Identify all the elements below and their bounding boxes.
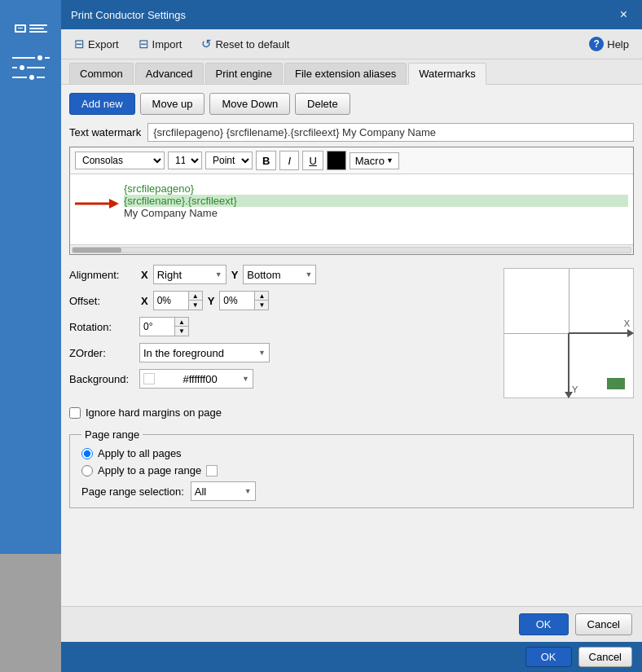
font-size-select[interactable]: 11 [168,152,202,169]
background-dropdown[interactable]: #ffffff00 ▼ [139,369,253,389]
dialog-title: Print Conductor Settings [71,9,186,21]
watermark-list[interactable]: {srcfilepageno} {srcfilename}.{srcfileex… [147,123,634,142]
move-down-button[interactable]: Move Down [209,93,290,115]
offset-y-spinbox[interactable]: ▲ ▼ [219,291,269,310]
scroll-thumb [73,248,121,253]
offset-y-input[interactable] [220,293,254,308]
background-color-swatch [143,373,155,384]
zorder-label: ZOrder: [69,347,134,359]
macro-arrow-icon: ▼ [386,156,394,165]
ignore-margins-label: Ignore hard margins on page [86,406,222,419]
offset-x-down-button[interactable]: ▼ [189,301,202,310]
preview-x-arrowhead [627,329,634,337]
rotation-input[interactable] [140,319,174,334]
bold-button[interactable]: B [256,151,276,170]
editor-line-3: My Company Name [124,207,628,219]
alignment-label: Alignment: [69,269,134,281]
offset-x-spin-buttons: ▲ ▼ [188,292,202,310]
help-icon: ? [589,37,604,51]
offset-row: Offset: X ▲ ▼ Y [69,291,494,310]
rotation-spin-buttons: ▲ ▼ [174,318,188,336]
rotation-down-button[interactable]: ▼ [175,327,188,336]
editor-area-row: {srcfilepageno} {srcfilename}.{srcfileex… [70,174,633,244]
scroll-track [72,247,631,253]
alignment-y-label: Y [231,269,239,281]
export-icon: ⊟ [74,37,85,51]
offset-x-input[interactable] [154,293,188,308]
page-range-label: Apply to a page range [98,464,201,477]
rotation-spinbox[interactable]: ▲ ▼ [139,317,189,336]
offset-y-down-button[interactable]: ▼ [255,301,268,310]
font-unit-select[interactable]: Points [205,152,253,169]
all-pages-radio[interactable] [81,448,93,459]
delete-button[interactable]: Delete [295,93,350,115]
watermark-text-editor[interactable]: {srcfilepageno} {srcfilename}.{srcfileex… [119,179,633,244]
reset-button[interactable]: ↺ Reset to default [196,34,294,54]
italic-button[interactable]: I [279,151,299,170]
rotation-row: Rotation: ▲ ▼ [69,317,494,336]
alignment-x-dropdown[interactable]: Right ▼ [153,265,226,284]
ok-button[interactable]: OK [519,613,569,635]
page-range-sel-dropdown[interactable]: All ▼ [191,481,256,501]
action-buttons: Add new Move up Move Down Delete [69,93,634,115]
red-arrow-container [70,179,119,214]
preview-x-axis [569,332,633,334]
chevron-down-icon-4: ▼ [242,375,249,383]
cancel-button[interactable]: Cancel [575,613,632,635]
offset-y-up-button[interactable]: ▲ [255,292,268,301]
alignment-x-label: X [141,269,148,281]
settings-row: Alignment: X Right ▼ Y Bottom ▼ [69,265,634,398]
import-button[interactable]: ⊟ Import [134,34,187,54]
offset-x-spinbox[interactable]: ▲ ▼ [153,291,203,310]
title-bar: Print Conductor Settings × [61,0,642,29]
offset-x-label: X [141,295,148,307]
offset-x-up-button[interactable]: ▲ [189,292,202,301]
zorder-dropdown[interactable]: In the foreground ▼ [139,343,270,362]
underline-button[interactable]: U [302,151,323,170]
page-range-selection-row: Page range selection: All ▼ [81,481,622,501]
rotation-up-button[interactable]: ▲ [175,318,188,327]
chevron-down-icon-5: ▼ [244,487,252,495]
background-label: Background: [69,373,134,385]
blue-cancel-button[interactable]: Cancel [578,647,632,667]
tab-print-engine[interactable]: Print engine [205,63,283,84]
reset-icon: ↺ [201,37,212,51]
left-sidebar [0,0,61,554]
page-range-row: Apply to a page range [81,464,622,477]
red-arrow-icon [72,195,119,212]
close-button[interactable]: × [615,6,632,24]
font-family-select[interactable]: Consolas [75,152,165,169]
editor-box: Consolas 11 Points B I U Macro [69,147,634,255]
help-button[interactable]: ? Help [584,34,634,54]
rotation-label: Rotation: [69,321,134,333]
blue-ok-button[interactable]: OK [525,647,572,667]
tab-advanced[interactable]: Advanced [135,63,204,84]
macro-button[interactable]: Macro ▼ [350,152,399,169]
offset-label: Offset: [69,295,134,307]
toolbar: ⊟ Export ⊟ Import ↺ Reset to default ? H… [61,29,642,59]
alignment-row: Alignment: X Right ▼ Y Bottom ▼ [69,265,494,284]
preview-y-label: Y [572,384,578,394]
content-area: Add new Move up Move Down Delete Text wa… [61,85,642,606]
ignore-margins-checkbox[interactable] [69,407,81,419]
watermark-preview: X Y [503,268,634,398]
tab-watermarks[interactable]: Watermarks [408,63,486,85]
horizontal-scrollbar[interactable] [70,244,633,254]
tabs-row: Common Advanced Print engine File extens… [61,59,642,85]
page-range-title: Page range [81,428,143,441]
watermark-panel: Add new Move up Move Down Delete Text wa… [69,93,634,598]
zorder-row: ZOrder: In the foreground ▼ [69,343,494,362]
page-range-radio[interactable] [81,465,93,477]
move-up-button[interactable]: Move up [140,93,205,115]
tab-file-extension[interactable]: File extension aliases [284,63,407,84]
all-pages-label: Apply to all pages [98,447,182,459]
add-new-button[interactable]: Add new [69,93,135,115]
export-button[interactable]: ⊟ Export [69,34,124,54]
alignment-y-dropdown[interactable]: Bottom ▼ [243,265,316,284]
tab-common[interactable]: Common [69,63,134,84]
color-picker-button[interactable] [327,151,346,170]
settings-left: Alignment: X Right ▼ Y Bottom ▼ [69,265,494,398]
page-range-input[interactable] [206,465,218,477]
chevron-down-icon-2: ▼ [305,270,312,279]
ignore-margins-row: Ignore hard margins on page [69,406,634,419]
